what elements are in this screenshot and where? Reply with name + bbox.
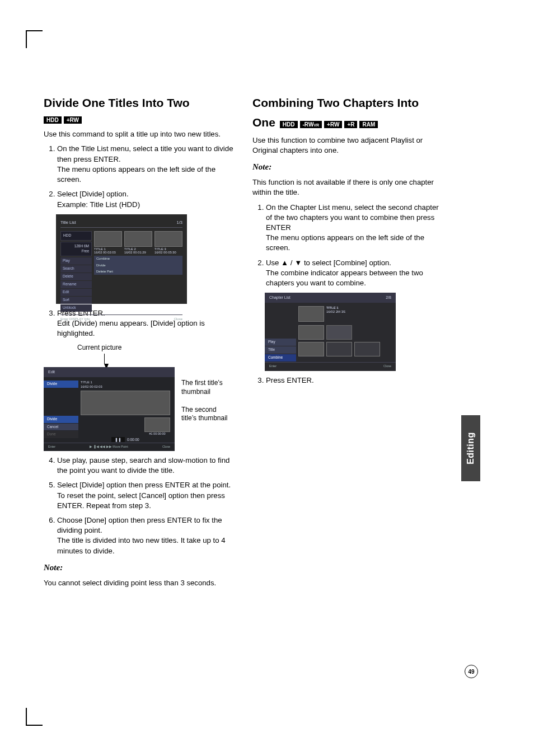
callout-current-picture: Current picture — [77, 343, 233, 353]
badge-plus-rw: +RW — [64, 116, 82, 124]
step-2: Select [Divide] option. Example: Title L… — [57, 189, 233, 209]
menu-play: Play — [60, 257, 92, 265]
section-tab-editing: Editing — [461, 415, 480, 481]
step-3: Press ENTER. Edit (Divide) menu appears.… — [57, 308, 233, 339]
shot3-menu-title: Title — [265, 346, 296, 354]
shot3-menu-play: Play — [265, 339, 296, 346]
step-5: Select [Divide] option then press ENTER … — [57, 480, 233, 511]
callouts-right: The first title’s thumbnail The second t… — [181, 375, 233, 431]
shot3-counter: 2/8 — [386, 295, 391, 300]
left-note-heading: Note: — [44, 562, 233, 574]
shot2-caption: TITLE 1 16/02 00:02:03 — [81, 381, 170, 389]
badge-ram: RAM — [359, 121, 378, 128]
shot3-title-thumb — [298, 306, 324, 322]
left-intro: Use this command to split a title up int… — [44, 129, 233, 139]
shot3-menu-combine: Combine — [265, 354, 296, 361]
left-column: Divide One Titles Into Two HDD +RW Use t… — [44, 95, 233, 593]
menu-search: Search — [60, 265, 92, 273]
shot3-title-date: 16/02 2M 3S — [326, 310, 345, 314]
left-step-3: Press ENTER. Edit (Divide) menu appears.… — [44, 308, 233, 339]
left-note: You cannot select dividing point less th… — [44, 578, 233, 588]
shot2-thumb1-label: #1 00:00:00 — [144, 432, 170, 436]
shot3-row3 — [298, 342, 391, 356]
r-step-2: Use ▲ / ▼ to select [Combine] option. Th… — [266, 258, 442, 289]
menu-unblock: Unblock — [60, 304, 92, 312]
shot3-foot-l: Enter — [269, 364, 277, 369]
badge-hdd-r: HDD — [280, 121, 298, 128]
right-step-3: Press ENTER. — [252, 375, 442, 386]
shot3-ch3 — [298, 342, 324, 356]
right-steps: On the Chapter List menu, select the sec… — [252, 203, 442, 289]
menu-delete: Delete — [60, 273, 92, 280]
right-badges: HDD -RWVR +RW +R RAM — [280, 121, 378, 128]
menu-edit: Edit — [60, 289, 92, 296]
submenu-divide: Divide — [94, 262, 182, 268]
shot1-submenu: Combine Divide Delete Part — [94, 256, 182, 275]
shot2-opt-divide: Divide — [44, 416, 78, 423]
badge-plus-rw-r: +RW — [324, 121, 342, 128]
shot3-ch5 — [354, 342, 380, 356]
shot3-row2 — [298, 325, 391, 340]
shot2-hdr: Edit — [48, 369, 55, 375]
badge-plus-r: +R — [344, 121, 357, 128]
shot1-foot-left: Enter DISPLAY Info — [60, 317, 90, 321]
r-step-1: On the Chapter List menu, select the sec… — [266, 203, 442, 253]
submenu-delete-part: Delete Part — [94, 268, 182, 274]
shot2-btn-divide: Divide — [44, 381, 78, 388]
shot2-opt-done: Done — [44, 431, 78, 438]
right-column: Combining Two Chapters Into One HDD -RWV… — [252, 95, 442, 593]
shot1-disk: HDD — [60, 231, 92, 241]
right-intro: Use this function to combine two adjacen… — [252, 135, 442, 156]
right-heading: Combining Two Chapters Into — [252, 95, 442, 111]
shot2-time: 0:00:00 — [127, 438, 139, 442]
shot2-foot-l: Enter — [48, 445, 55, 449]
crop-mark-bottom-left — [26, 708, 34, 725]
right-note-heading: Note: — [252, 161, 442, 173]
badge-rwvr: -RWVR — [300, 121, 322, 128]
shot2-foot-r: Close — [162, 445, 170, 449]
screenshot-title-list: Title List 1/3 HDD 128H 6M Free Play Sea… — [56, 214, 187, 304]
shot1-menu: Play Search Delete Rename Edit Sort Unbl… — [60, 257, 92, 312]
menu-rename: Rename — [60, 281, 92, 288]
r-step-3: Press ENTER. — [266, 375, 442, 386]
badge-hdd: HDD — [44, 116, 62, 124]
left-badges: HDD +RW — [44, 116, 82, 124]
page-number: 49 — [465, 665, 478, 678]
callout-second-thumb: The second title’s thumbnail — [181, 406, 233, 423]
left-steps-a: On the Title List menu, select a title y… — [44, 144, 233, 209]
shot2-thumb1 — [144, 417, 170, 432]
shot1-foot-right: Close — [174, 317, 182, 321]
shot3-foot-r: Close — [383, 364, 391, 369]
shot1-title: Title List — [60, 220, 76, 226]
page-content: Divide One Titles Into Two HDD +RW Use t… — [0, 0, 470, 615]
shot3-hdr: Chapter List — [269, 295, 291, 300]
left-heading: Divide One Titles Into Two — [44, 95, 233, 111]
right-note: This function is not available if there … — [252, 177, 442, 198]
callouts-shot2: Current picture Edit Divide Divide Cance… — [44, 343, 233, 451]
step-1: On the Title List menu, select a title y… — [57, 144, 233, 185]
callout-first-thumb: The first title’s thumbnail — [181, 379, 233, 396]
submenu-combine: Combine — [94, 256, 182, 262]
left-steps-b: Use play, pause step, search and slow-mo… — [44, 456, 233, 556]
shot3-ch4 — [326, 342, 352, 356]
shot3-ch2-selected — [326, 325, 352, 340]
menu-sort: Sort — [60, 297, 92, 304]
shot3-title-name: TITLE 1 — [326, 306, 345, 310]
shot2-opt-cancel: Cancel — [44, 424, 78, 431]
step-6: Choose [Done] option then press ENTER to… — [57, 515, 233, 556]
shot3-menu: Play Title Combine — [265, 303, 296, 362]
right-heading-trail: One — [252, 115, 275, 131]
screenshot-edit-divide: Edit Divide Divide Cancel Done TITLE 1 1… — [44, 367, 175, 451]
shot2-foot-m: ▶ ❚◀ ◀◀ ▶▶ Move Point — [90, 445, 128, 449]
shot1-free: 128H 6M Free — [60, 242, 92, 256]
shot1-counter: 1/3 — [177, 220, 182, 226]
shot2-preview — [81, 391, 170, 415]
screenshot-chapter-list: Chapter List 2/8 Play Title Combine TITL… — [265, 293, 396, 371]
step-4: Use play, pause step, search and slow-mo… — [57, 456, 233, 476]
